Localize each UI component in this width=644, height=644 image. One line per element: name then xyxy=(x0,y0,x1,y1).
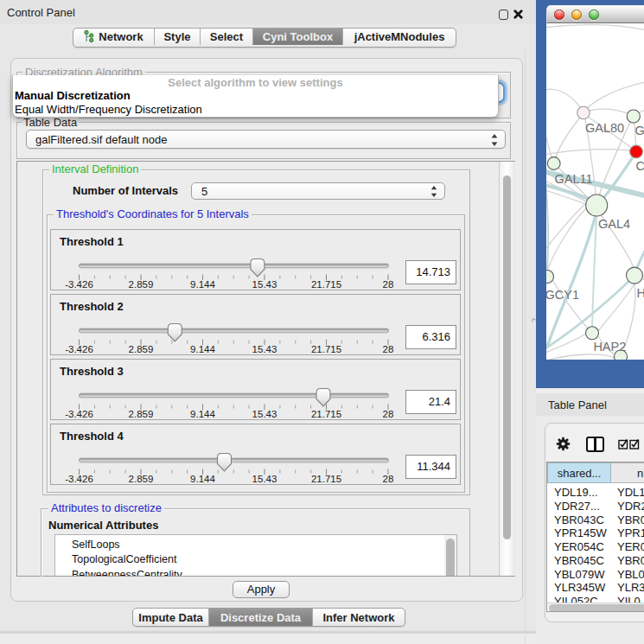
svg-text:9.144: 9.144 xyxy=(190,474,215,484)
svg-text:21.715: 21.715 xyxy=(311,409,341,419)
svg-text:21.715: 21.715 xyxy=(311,344,341,354)
svg-text:15.43: 15.43 xyxy=(252,474,277,484)
svg-text:-3.426: -3.426 xyxy=(65,344,93,354)
svg-text:-3.426: -3.426 xyxy=(65,474,93,484)
svg-text:2.859: 2.859 xyxy=(129,344,154,354)
svg-text:2.859: 2.859 xyxy=(129,474,154,484)
svg-text:GCY1: GCY1 xyxy=(546,288,579,302)
svg-text:9.144: 9.144 xyxy=(190,344,215,354)
svg-text:CDC: CDC xyxy=(636,159,644,173)
svg-text:HIS: HIS xyxy=(636,286,644,300)
svg-text:-3.426: -3.426 xyxy=(65,409,93,419)
svg-text:15.43: 15.43 xyxy=(252,344,277,354)
svg-text:21.715: 21.715 xyxy=(311,474,341,484)
svg-text:15.43: 15.43 xyxy=(252,279,277,290)
svg-text:GAL11: GAL11 xyxy=(555,172,593,186)
svg-text:-3.426: -3.426 xyxy=(65,279,93,290)
svg-text:9.144: 9.144 xyxy=(190,279,215,290)
svg-text:HAP2: HAP2 xyxy=(593,340,626,354)
svg-text:GAL2: GAL2 xyxy=(635,124,644,137)
svg-text:21.715: 21.715 xyxy=(311,279,341,290)
svg-text:28: 28 xyxy=(383,344,394,354)
svg-text:GAL4: GAL4 xyxy=(598,217,630,231)
svg-text:28: 28 xyxy=(383,474,394,484)
svg-text:28: 28 xyxy=(383,409,394,419)
svg-text:2.859: 2.859 xyxy=(129,279,154,290)
svg-text:9.144: 9.144 xyxy=(190,409,215,419)
svg-text:15.43: 15.43 xyxy=(252,409,277,419)
svg-text:28: 28 xyxy=(383,279,394,290)
svg-text:GAL80: GAL80 xyxy=(585,121,624,135)
svg-text:2.859: 2.859 xyxy=(129,409,154,419)
